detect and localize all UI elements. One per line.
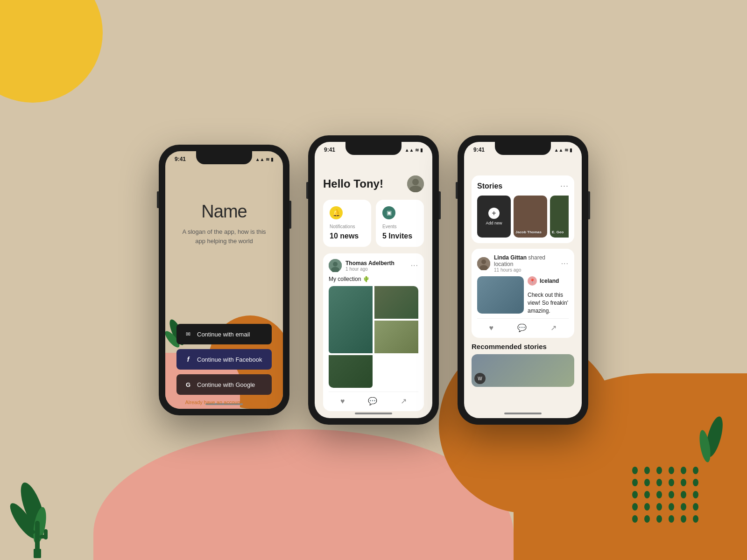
facebook-button-label: Continue with Facebook bbox=[197, 356, 262, 363]
svg-rect-10 bbox=[34, 549, 41, 558]
phone-1-screen: 9:41 ▲▲ ≋ ▮ Name A slogan of the app, ho… bbox=[165, 151, 283, 409]
events-card[interactable]: ▣ Events 5 Invites bbox=[376, 200, 424, 247]
phone-3-status-icons: ▲▲ ≋ ▮ bbox=[554, 147, 572, 153]
phone-1: 9:41 ▲▲ ≋ ▮ Name A slogan of the app, ho… bbox=[159, 145, 289, 415]
post-actions: ♥ 💬 ↗ bbox=[329, 392, 418, 406]
story-add-bg: + Add new bbox=[477, 196, 511, 238]
location-post-card: Linda Gittan shared location 11 hours ag… bbox=[472, 249, 574, 338]
like-button[interactable]: ♥ bbox=[340, 397, 345, 406]
facebook-auth-button[interactable]: f Continue with Facebook bbox=[176, 349, 272, 370]
post-user-info: Thomas Adelberth 1 hour ago bbox=[329, 259, 395, 272]
location-name: Iceland bbox=[540, 278, 559, 284]
story-geo[interactable]: E. Geo bbox=[550, 196, 569, 238]
post-image-grid bbox=[329, 286, 418, 388]
svg-point-14 bbox=[412, 179, 419, 185]
recommended-title: Recommended stories bbox=[472, 343, 574, 350]
linda-avatar bbox=[477, 257, 490, 270]
stories-header: Stories ··· bbox=[477, 181, 569, 191]
phone-2-status-icons: ▲▲ ≋ ▮ bbox=[405, 147, 423, 153]
svg-rect-5 bbox=[35, 521, 40, 551]
email-button-label: Continue with email bbox=[197, 331, 250, 338]
stories-title: Stories bbox=[477, 182, 502, 190]
phone-1-status-icons: ▲▲ ≋ ▮ bbox=[255, 157, 274, 162]
location-like-button[interactable]: ♥ bbox=[489, 323, 494, 332]
facebook-icon: f bbox=[184, 355, 192, 364]
decoration-leaf-right bbox=[696, 409, 733, 467]
location-pin-icon: 📍 bbox=[528, 276, 537, 286]
notifications-card[interactable]: 🔔 Notifications 10 news bbox=[323, 200, 371, 247]
iceland-image bbox=[477, 276, 524, 314]
phone-2-screen: 9:41 ▲▲ ≋ ▮ Hello Tony! bbox=[315, 142, 432, 418]
stories-section: Stories ··· + Add new bbox=[472, 175, 574, 243]
phone-1-time: 9:41 bbox=[175, 156, 186, 162]
story-jacob-img: Jacob Thomas bbox=[514, 196, 547, 238]
greeting-text: Hello Tony! bbox=[323, 177, 383, 190]
user-avatar[interactable] bbox=[407, 175, 424, 192]
comment-button[interactable]: 💬 bbox=[368, 397, 377, 406]
notifications-count: 10 news bbox=[330, 232, 365, 240]
app-name: Name bbox=[201, 202, 247, 222]
post-header: Thomas Adelberth 1 hour ago ··· bbox=[329, 259, 418, 272]
post-title: My collection 🌵 bbox=[329, 276, 418, 282]
events-count: 5 Invites bbox=[382, 232, 417, 240]
svg-point-20 bbox=[481, 259, 486, 264]
story-add-new[interactable]: + Add new bbox=[477, 196, 511, 238]
recommended-badge: W bbox=[474, 373, 486, 384]
story-geo-name: E. Geo bbox=[552, 230, 564, 235]
phone-3: 9:41 ▲▲ ≋ ▮ Stories ··· + Add bbox=[458, 135, 588, 425]
phone-1-buttons: ✉ Continue with email f Continue with Fa… bbox=[176, 324, 272, 405]
phone-1-notch bbox=[196, 151, 252, 164]
app-slogan: A slogan of the app, how is this app hel… bbox=[182, 227, 266, 245]
plant-image-3 bbox=[374, 321, 418, 353]
linda-time: 11 hours ago bbox=[494, 267, 561, 273]
phone-1-content: Name A slogan of the app, how is this ap… bbox=[165, 164, 283, 409]
events-label: Events bbox=[382, 224, 417, 229]
iceland-caption-area: 📍 Iceland Check out this view! So freaki… bbox=[528, 276, 569, 315]
dots-decoration bbox=[632, 467, 700, 523]
story-jacob[interactable]: Jacob Thomas bbox=[514, 196, 547, 238]
phones-container: 9:41 ▲▲ ≋ ▮ Name A slogan of the app, ho… bbox=[159, 135, 588, 425]
google-auth-button[interactable]: G Continue with Google bbox=[176, 374, 272, 395]
phone-2-header: Hello Tony! bbox=[323, 175, 424, 192]
phone-2-time: 9:41 bbox=[324, 147, 335, 153]
stories-row: + Add new Jacob Thomas bbox=[477, 196, 569, 238]
location-post-dots[interactable]: ··· bbox=[561, 259, 569, 268]
cactus-decoration bbox=[23, 511, 51, 560]
post-card: Thomas Adelberth 1 hour ago ··· My colle… bbox=[323, 253, 424, 411]
email-auth-button[interactable]: ✉ Continue with email bbox=[176, 324, 272, 344]
phone-3-content: Stories ··· + Add new bbox=[464, 155, 582, 418]
calendar-icon: ▣ bbox=[382, 206, 395, 219]
plant-image-4 bbox=[329, 355, 373, 388]
plant-image-1 bbox=[329, 286, 373, 353]
plant-image-2 bbox=[374, 286, 418, 319]
phone-2-notch bbox=[345, 142, 402, 155]
recommended-section: Recommended stories W bbox=[472, 343, 574, 387]
location-pin-area: 📍 Iceland bbox=[528, 276, 569, 286]
share-button[interactable]: ↗ bbox=[401, 397, 407, 406]
phone-2: 9:41 ▲▲ ≋ ▮ Hello Tony! bbox=[308, 135, 439, 425]
phone-2-content: Hello Tony! 🔔 Notifications 10 bbox=[315, 155, 432, 418]
phone-3-screen: 9:41 ▲▲ ≋ ▮ Stories ··· + Add bbox=[464, 142, 582, 418]
location-post-actions: ♥ 💬 ↗ bbox=[477, 318, 569, 332]
google-button-label: Continue with Google bbox=[197, 381, 255, 388]
notifications-label: Notifications bbox=[330, 224, 365, 229]
phone-3-notch bbox=[495, 142, 551, 155]
post-avatar bbox=[329, 259, 342, 272]
location-content: 📍 Iceland Check out this view! So freaki… bbox=[477, 276, 569, 315]
bell-icon: 🔔 bbox=[330, 206, 343, 219]
location-comment-button[interactable]: 💬 bbox=[517, 323, 527, 332]
add-plus-icon: + bbox=[488, 208, 500, 219]
post-time: 1 hour ago bbox=[345, 266, 395, 272]
recommended-image[interactable]: W bbox=[472, 354, 574, 387]
post-more-dots[interactable]: ··· bbox=[411, 261, 418, 270]
location-user: Linda Gittan shared location 11 hours ag… bbox=[477, 254, 561, 273]
linda-username: Linda Gittan shared location bbox=[494, 254, 561, 267]
stories-more-icon[interactable]: ··· bbox=[560, 181, 569, 191]
svg-rect-7 bbox=[27, 525, 31, 535]
iceland-caption: Check out this view! So freakin' amazing… bbox=[528, 291, 569, 315]
phone-2-home-indicator bbox=[355, 413, 392, 414]
signin-link[interactable]: Sign in. bbox=[246, 399, 263, 405]
location-share-button[interactable]: ↗ bbox=[550, 323, 557, 332]
post-username: Thomas Adelberth bbox=[345, 260, 395, 266]
bg-circle-yellow bbox=[0, 0, 103, 103]
